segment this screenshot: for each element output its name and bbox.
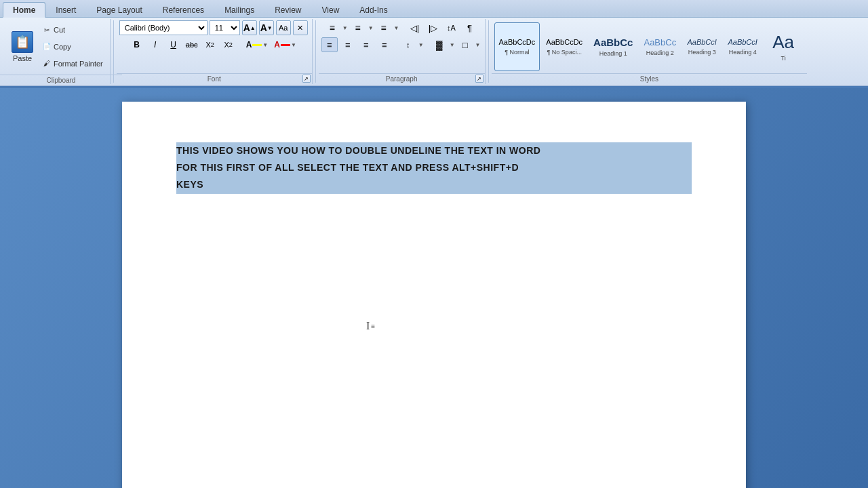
bullets-dropdown[interactable]: ▼ <box>342 25 348 31</box>
highlight-bar <box>252 44 262 46</box>
style-no-spacing-label: ¶ No Spaci... <box>547 49 582 56</box>
sep1 <box>113 20 114 83</box>
align-right-button[interactable]: ≡ <box>358 37 374 52</box>
font-group-label: Font <box>117 73 312 83</box>
tab-review[interactable]: Review <box>264 2 311 17</box>
clear-format-button[interactable]: ✕ <box>293 20 308 35</box>
italic-button[interactable]: I <box>147 37 163 52</box>
tab-insert[interactable]: Insert <box>45 2 86 17</box>
style-heading1-preview: AaBbCc <box>593 37 633 49</box>
tab-bar: Home Insert Page Layout References Maili… <box>0 0 868 18</box>
style-heading1[interactable]: AaBbCc Heading 1 <box>589 22 637 71</box>
doc-line-2: FOR THIS FIRST OF ALL SELECT THE TEXT AN… <box>176 159 692 176</box>
font-size-select[interactable]: 11 <box>210 20 240 35</box>
numbering-dropdown[interactable]: ▼ <box>368 25 374 31</box>
font-controls: Calibri (Body) 11 A▲ A▼ Aa ✕ B I U abc <box>119 20 308 73</box>
underline-button[interactable]: U <box>165 37 182 52</box>
style-heading3[interactable]: AaBbCcI Heading 3 <box>682 22 722 71</box>
style-normal[interactable]: AaBbCcDc ¶ Normal <box>494 22 540 71</box>
copy-icon: 📄 <box>42 42 52 52</box>
font-color-bar <box>281 44 290 46</box>
tab-home[interactable]: Home <box>3 2 45 18</box>
alignment-row: ≡ ≡ ≡ ≡ ↕ ▼ ▓ ▼ □ ▼ <box>321 37 481 52</box>
paragraph-group: ≡ ▼ ≡ ▼ ≡ ▼ ◁| |▷ ↕A ¶ ≡ ≡ ≡ ≡ <box>319 19 486 84</box>
style-no-spacing[interactable]: AaBbCcDc ¶ No Spaci... <box>541 22 587 71</box>
cursor-lines: ≡ <box>371 323 375 330</box>
clipboard-label: Clipboard <box>0 75 122 84</box>
ribbon-container: Home Insert Page Layout References Maili… <box>0 0 868 86</box>
format-painter-icon: 🖌 <box>42 59 52 68</box>
shading-button[interactable]: ▓ <box>431 37 448 52</box>
document-page[interactable]: THIS VIDEO SHOWS YOU HOW TO DOUBLE UNDEL… <box>122 102 746 488</box>
doc-line-3: KEYS <box>176 176 692 193</box>
strikethrough-button[interactable]: abc <box>184 37 200 52</box>
list-row: ≡ ▼ ≡ ▼ ≡ ▼ ◁| |▷ ↕A ¶ <box>324 20 478 35</box>
style-title[interactable]: Aa Ti <box>764 22 803 71</box>
paste-button[interactable]: 📋 Paste <box>5 20 39 73</box>
bullets-button[interactable]: ≡ <box>324 20 340 35</box>
style-heading2-label: Heading 2 <box>646 49 674 56</box>
sort-button[interactable]: ↕A <box>443 20 460 35</box>
cut-label: Cut <box>54 26 65 34</box>
shrink-font-button[interactable]: A▼ <box>259 20 274 35</box>
cut-button[interactable]: ✂ Cut <box>39 24 106 36</box>
sep2 <box>315 20 316 83</box>
style-heading3-label: Heading 3 <box>688 49 716 56</box>
paragraph-controls: ≡ ▼ ≡ ▼ ≡ ▼ ◁| |▷ ↕A ¶ ≡ ≡ ≡ ≡ <box>321 20 481 73</box>
selected-text-block: THIS VIDEO SHOWS YOU HOW TO DOUBLE UNDEL… <box>176 142 692 194</box>
highlight-color-button[interactable]: A ▼ <box>244 39 271 51</box>
justify-button[interactable]: ≡ <box>376 37 393 52</box>
font-color-letter: A <box>274 40 280 49</box>
style-title-preview: Aa <box>772 32 794 53</box>
format-painter-button[interactable]: 🖌 Format Painter <box>39 58 106 70</box>
paste-label: Paste <box>13 54 32 62</box>
tab-view[interactable]: View <box>312 2 350 17</box>
main-area: THIS VIDEO SHOWS YOU HOW TO DOUBLE UNDEL… <box>0 88 868 488</box>
tab-page-layout[interactable]: Page Layout <box>86 2 152 17</box>
font-format-row: B I U abc X2 X2 A ▼ A <box>129 37 298 52</box>
increase-indent-button[interactable]: |▷ <box>425 20 441 35</box>
multilevel-dropdown[interactable]: ▼ <box>394 25 399 31</box>
line-spacing-button[interactable]: ↕ <box>400 37 416 52</box>
font-selector-row: Calibri (Body) 11 A▲ A▼ Aa ✕ <box>119 20 308 35</box>
line-spacing-dropdown[interactable]: ▼ <box>418 42 424 48</box>
align-center-button[interactable]: ≡ <box>340 37 356 52</box>
style-heading3-preview: AaBbCcI <box>687 38 716 47</box>
format-painter-label: Format Painter <box>54 60 103 68</box>
border-dropdown[interactable]: ▼ <box>475 42 481 48</box>
font-expand-button[interactable]: ↗ <box>302 75 311 83</box>
doc-line-1: THIS VIDEO SHOWS YOU HOW TO DOUBLE UNDEL… <box>176 142 692 159</box>
cursor-area: I ≡ <box>366 320 375 332</box>
clipboard-group: 📋 Paste ✂ Cut 📄 Copy 🖌 Format Painter Cl… <box>3 19 111 84</box>
font-color-dropdown-arrow[interactable]: ▼ <box>291 42 296 48</box>
change-case-button[interactable]: Aa <box>276 20 291 35</box>
style-title-label: Ti <box>781 55 786 62</box>
copy-button[interactable]: 📄 Copy <box>39 41 106 53</box>
superscript-button[interactable]: X2 <box>220 37 237 52</box>
tab-mailings[interactable]: Mailings <box>214 2 264 17</box>
grow-font-button[interactable]: A▲ <box>242 20 257 35</box>
style-heading4[interactable]: AaBbCcI Heading 4 <box>723 22 762 71</box>
shading-dropdown[interactable]: ▼ <box>450 42 455 48</box>
style-no-spacing-preview: AaBbCcDc <box>546 38 583 47</box>
tab-references[interactable]: References <box>153 2 214 17</box>
subscript-button[interactable]: X2 <box>202 37 218 52</box>
border-button[interactable]: □ <box>457 37 473 52</box>
style-heading1-label: Heading 1 <box>599 50 627 57</box>
align-left-button[interactable]: ≡ <box>321 37 338 52</box>
style-heading2[interactable]: AaBbCc Heading 2 <box>639 22 681 71</box>
show-marks-button[interactable]: ¶ <box>462 20 478 35</box>
styles-group-label: Styles <box>492 73 808 83</box>
font-color-button[interactable]: A ▼ <box>272 39 298 51</box>
tab-add-ins[interactable]: Add-Ins <box>349 2 397 17</box>
bold-button[interactable]: B <box>129 37 145 52</box>
paragraph-group-label: Paragraph <box>319 73 485 83</box>
numbering-button[interactable]: ≡ <box>350 20 366 35</box>
font-family-select[interactable]: Calibri (Body) <box>119 20 208 35</box>
decrease-indent-button[interactable]: ◁| <box>407 20 423 35</box>
highlight-dropdown-arrow[interactable]: ▼ <box>262 42 268 48</box>
text-cursor: I <box>366 320 370 332</box>
style-heading4-preview: AaBbCcI <box>728 38 757 47</box>
multilevel-button[interactable]: ≡ <box>376 20 392 35</box>
paragraph-expand-button[interactable]: ↗ <box>475 75 484 83</box>
